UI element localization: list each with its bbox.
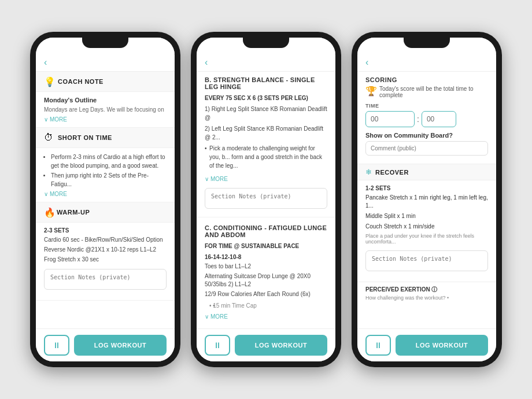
coach-note-block: Monday's Outline Mondays are Leg Days. W… [36,92,175,128]
notch-bar-1 [36,38,175,54]
back-icon-1[interactable]: ‹ [44,57,47,68]
warm-up-notes-input[interactable] [44,269,167,290]
notch-2 [243,38,289,48]
warm-up-icon: 🔥 [44,207,54,217]
comment-input[interactable] [365,141,488,156]
more-label-1: MORE [50,116,67,123]
recover-note: Place a pad under your knee if the stret… [365,233,488,245]
section-c-timecap: • 15 min Time Cap [205,300,327,311]
section-c-item-2: Alternating Suitcase Drop Lunge @ 20X0 5… [205,272,327,289]
time-colon: : [417,114,419,124]
phone-3-content: ‹ SCORING 🏆 Today's score will be the to… [357,54,496,361]
warm-up-exercise-1: Cardio 60 sec - Bike/Row/Run/Ski/Sled Op… [44,236,167,244]
log-workout-button-3[interactable]: LOG WORKOUT [396,335,488,356]
section-c-block: 16-14-12-10-8 Toes to bar L1–L2 Alternat… [197,252,335,324]
section-c-subtitle: FOR TIME @ SUSTAINABLE PACE [197,241,335,252]
chevron-down-icon: ∨ [44,116,48,123]
pause-button-1[interactable]: ⏸ [44,335,69,356]
time-mins-input[interactable] [422,111,456,127]
section-b-every: EVERY 75 SEC X 6 (3 SETS PER LEG) [197,93,335,104]
phone-3-bottom: ⏸ LOG WORKOUT [357,328,496,361]
pause-button-2[interactable]: ⏸ [205,335,230,356]
nav-bar-1: ‹ [36,54,175,72]
notch-bar-3 [357,38,496,54]
recover-header: ❄ RECOVER [357,164,496,180]
section-b-bullet-1: Pick a moderate to challenging weight fo… [197,143,335,171]
back-icon-2[interactable]: ‹ [205,57,208,68]
recover-item-1: Pancake Stretch x 1 min right leg, 1 min… [365,194,488,210]
section-b-notes-input[interactable] [205,188,327,209]
more-label-2: MORE [50,191,67,197]
nav-bar-2: ‹ [197,54,335,72]
notch-3 [404,38,450,48]
short-on-time-block: Perform 2-3 mins of Cardio at a high eff… [36,148,175,202]
section-c-item-3: 12/9 Row Calories After Each Round (6x) [205,290,327,298]
short-on-time-icon: ⏱ [44,132,54,143]
perceived-title: PERCEIVED EXERTION ⓘ [365,286,488,294]
phones-container: ‹ 💡 COACH NOTE Monday's Outline Mondays … [19,20,513,379]
section-c-title: C. CONDITIONING - FATIGUED LUNGE AND ABD… [197,220,335,241]
scroll-area-3[interactable]: SCORING 🏆 Today's score will be the tota… [357,72,496,328]
notch-1 [82,38,128,48]
scroll-area-2[interactable]: B. STRENGTH BALANCE - SINGLE LEG HINGE E… [197,72,335,328]
coach-note-icon: 💡 [44,76,54,87]
pause-icon-1: ⏸ [53,341,61,350]
short-on-time-more[interactable]: ∨ MORE [44,191,167,197]
warm-up-exercise-2: Reverse Nordic @21X1 x 10-12 reps L1–L2 [44,246,167,254]
phone-1-bottom: ⏸ LOG WORKOUT [36,328,175,361]
divider-1 [197,217,335,217]
nav-bar-3: ‹ [357,54,496,72]
phone-1-screen: ‹ 💡 COACH NOTE Monday's Outline Mondays … [36,38,175,361]
warm-up-block: 2-3 SETS Cardio 60 sec - Bike/Row/Run/Sk… [36,223,175,301]
coach-note-subtitle: Monday's Outline [44,97,167,104]
scroll-area-1[interactable]: 💡 COACH NOTE Monday's Outline Mondays ar… [36,72,175,328]
more-label-3: MORE [210,176,228,182]
section-b-item-2: 2) Left Leg Split Stance KB Romanian Dea… [197,123,335,143]
coach-note-title: COACH NOTE [58,78,104,85]
recover-notes-input[interactable] [365,250,488,271]
perceived-sub: How challenging was the workout? • [365,295,488,301]
scoring-icon: 🏆 [365,86,377,97]
pause-icon-3: ⏸ [374,341,382,350]
recover-item-2: Middle Split x 1 min [365,212,488,220]
time-hours-input[interactable] [365,111,415,127]
recover-title: RECOVER [375,169,409,176]
chevron-down-icon-4: ∨ [205,313,209,320]
phone-2-screen: ‹ B. STRENGTH BALANCE - SINGLE LEG HINGE… [197,38,335,361]
scoring-title: SCORING [365,76,488,83]
section-c-item-1: Toes to bar L1–L2 [205,263,327,271]
pause-icon-2: ⏸ [213,341,221,350]
log-workout-button-1[interactable]: LOG WORKOUT [74,335,167,356]
phone-2: ‹ B. STRENGTH BALANCE - SINGLE LEG HINGE… [191,32,341,367]
coach-note-more[interactable]: ∨ MORE [44,116,167,123]
scoring-desc: 🏆 Today's score will be the total time t… [365,86,488,98]
phone-2-bottom: ⏸ LOG WORKOUT [197,328,335,361]
coach-note-header: 💡 COACH NOTE [36,72,175,92]
community-label: Show on Community Board? [365,132,488,139]
section-b-item-1: 1) Right Leg Split Stance KB Romanian De… [197,104,335,123]
scoring-section: SCORING 🏆 Today's score will be the tota… [357,72,496,164]
section-c-more[interactable]: ∨ MORE [205,313,327,320]
section-b-more[interactable]: ∨ MORE [197,173,335,184]
recover-sets: 1-2 SETS [365,185,488,191]
short-on-time-item-1: Perform 2-3 mins of Cardio at a high eff… [51,153,167,170]
pause-button-3[interactable]: ⏸ [365,335,391,356]
short-on-time-list: Perform 2-3 mins of Cardio at a high eff… [44,153,167,189]
coach-note-text: Mondays are Leg Days. We will be focusin… [44,106,167,114]
recover-icon: ❄ [365,168,372,176]
back-icon-3[interactable]: ‹ [365,57,368,68]
scoring-desc-text: Today's score will be the total time to … [379,86,488,98]
section-c-rounds: 16-14-12-10-8 [205,254,327,260]
phone-2-content: ‹ B. STRENGTH BALANCE - SINGLE LEG HINGE… [197,54,335,361]
short-on-time-title: SHORT ON TIME [58,134,112,141]
phone-1: ‹ 💡 COACH NOTE Monday's Outline Mondays … [30,32,180,367]
chevron-down-icon-2: ∨ [44,191,48,197]
time-inputs: : [365,111,488,127]
recover-content: 1-2 SETS Pancake Stretch x 1 min right l… [357,180,496,282]
recover-item-3: Couch Stretch x 1 min/side [365,223,488,231]
warm-up-header: 🔥 WARM-UP [36,202,175,223]
perceived-section: PERCEIVED EXERTION ⓘ How challenging was… [357,282,496,304]
warm-up-sets: 2-3 SETS [44,227,167,234]
log-workout-button-2[interactable]: LOG WORKOUT [235,335,327,356]
notch-bar-2 [197,38,335,54]
